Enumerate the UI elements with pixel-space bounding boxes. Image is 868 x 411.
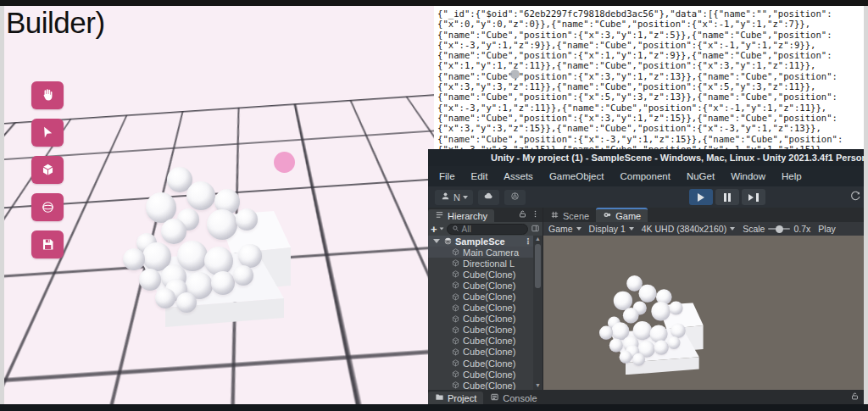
display-dropdown[interactable]: Display 1 bbox=[589, 224, 634, 234]
hierarchy-row[interactable]: Cube(Clone) bbox=[428, 269, 542, 280]
json-text: {"_id":{"$oid":"62eb2297fc79818debd3ac56… bbox=[437, 8, 864, 149]
pause-button[interactable] bbox=[715, 189, 739, 205]
json-line: {"x":1,"y":1,"z":11}},{"name":"Cube","po… bbox=[437, 60, 864, 70]
scene-sphere[interactable] bbox=[186, 181, 215, 210]
menu-assets[interactable]: Assets bbox=[504, 171, 533, 181]
hierarchy-row[interactable]: Directional L bbox=[428, 258, 542, 269]
hierarchy-row[interactable]: Main Camera bbox=[428, 247, 542, 258]
play-button[interactable] bbox=[689, 189, 713, 205]
object-name: Main Camera bbox=[463, 247, 519, 258]
scene-sphere[interactable] bbox=[161, 219, 186, 244]
cube-outline-icon bbox=[451, 303, 460, 313]
mouse-cursor-dot bbox=[510, 69, 520, 79]
scene-sphere bbox=[669, 301, 682, 314]
scene-name: SampleSce bbox=[455, 236, 505, 247]
scene-sphere[interactable] bbox=[233, 265, 253, 286]
unity-scene-icon bbox=[443, 236, 453, 246]
hierarchy-scene-row[interactable]: SampleSce⋮ bbox=[428, 236, 542, 247]
step-button[interactable] bbox=[742, 189, 765, 205]
panel-options-icon[interactable] bbox=[531, 224, 540, 235]
pan-tool-button[interactable] bbox=[31, 81, 64, 109]
scroll-up-icon[interactable]: ▲ bbox=[535, 236, 541, 243]
account-label: N bbox=[453, 192, 460, 203]
menu-file[interactable]: File bbox=[439, 171, 455, 181]
hierarchy-row[interactable]: Cube(Clone) bbox=[428, 336, 542, 347]
scene-sphere[interactable] bbox=[207, 209, 237, 240]
hierarchy-row[interactable]: Cube(Clone) bbox=[428, 303, 542, 314]
cube-outline-icon bbox=[451, 358, 460, 368]
add-object-button[interactable]: + bbox=[431, 224, 444, 235]
cube-outline-icon bbox=[451, 314, 460, 324]
tab-game[interactable]: Game bbox=[596, 208, 648, 222]
menu-gameobject[interactable]: GameObject bbox=[549, 171, 604, 181]
game-viewport[interactable] bbox=[543, 236, 864, 390]
hierarchy-search-input[interactable]: All bbox=[447, 224, 528, 235]
scene-sphere[interactable] bbox=[155, 288, 175, 308]
json-line: {"name":"Cube","position":{"x":5,"y":3,"… bbox=[437, 92, 864, 102]
json-line: {"x":-3,"y":1,"z":9}},{"name":"Cube","po… bbox=[437, 40, 864, 50]
hierarchy-row[interactable]: Cube(Clone) bbox=[428, 314, 542, 325]
disclosure-triangle-icon[interactable] bbox=[433, 239, 440, 243]
menu-component[interactable]: Component bbox=[620, 171, 670, 181]
object-name: Cube(Clone) bbox=[463, 325, 515, 335]
game-panel: Scene Game Game Display 1 4K UHD (3840x2… bbox=[543, 208, 864, 390]
object-name: Cube(Clone) bbox=[463, 303, 515, 313]
resolution-dropdown[interactable]: 4K UHD (3840x2160) bbox=[642, 224, 735, 234]
cube-tool-button[interactable] bbox=[31, 156, 64, 184]
hierarchy-row[interactable]: Cube(Clone) bbox=[428, 280, 542, 291]
hierarchy-row[interactable]: Cube(Clone) bbox=[428, 291, 542, 302]
menu-window[interactable]: Window bbox=[731, 171, 765, 181]
sphere-tool-button[interactable] bbox=[31, 193, 64, 221]
hierarchy-row[interactable]: Cube(Clone) bbox=[428, 358, 542, 369]
hierarchy-row[interactable]: Cube(Clone) bbox=[428, 325, 542, 336]
bottom-tab-bar: Project Console bbox=[428, 390, 864, 404]
scene-sphere[interactable] bbox=[123, 248, 145, 270]
kebab-menu-icon[interactable] bbox=[531, 209, 540, 220]
cube-outline-icon bbox=[451, 347, 460, 357]
scene-sphere[interactable] bbox=[236, 208, 258, 230]
game-mode-dropdown[interactable]: Game bbox=[548, 224, 581, 234]
menu-edit[interactable]: Edit bbox=[471, 171, 488, 181]
scene-sphere[interactable] bbox=[176, 292, 197, 313]
save-icon bbox=[40, 236, 56, 253]
unity-titlebar[interactable]: Unity - My project (1) - SampleScene - W… bbox=[428, 149, 864, 166]
scene-grid-icon bbox=[550, 210, 559, 221]
object-name: Cube(Clone) bbox=[463, 336, 515, 346]
hierarchy-tree: SampleSce⋮Main CameraDirectional LCube(C… bbox=[428, 236, 542, 390]
unity-toolbar: N bbox=[428, 186, 864, 208]
hierarchy-row[interactable]: Cube(Clone) bbox=[428, 347, 542, 358]
scrollbar-thumb[interactable] bbox=[535, 244, 541, 288]
chevron-down-icon bbox=[576, 227, 581, 230]
hierarchy-scrollbar[interactable]: ▲▼ bbox=[533, 236, 542, 390]
scene-sphere bbox=[654, 340, 668, 354]
cloud-button[interactable] bbox=[478, 190, 499, 205]
scene-sphere[interactable] bbox=[238, 244, 262, 268]
json-data-panel[interactable]: {"_id":{"$oid":"62eb2297fc79818debd3ac56… bbox=[434, 6, 864, 149]
undo-history-button[interactable] bbox=[849, 190, 862, 204]
hierarchy-row[interactable]: Cube(Clone) bbox=[428, 380, 542, 390]
select-tool-button[interactable] bbox=[31, 119, 64, 147]
scene-sphere[interactable] bbox=[139, 269, 161, 291]
hand-icon bbox=[40, 87, 56, 103]
menu-nuget[interactable]: NuGet bbox=[687, 171, 715, 181]
scroll-down-icon[interactable]: ▼ bbox=[535, 382, 541, 390]
builder-3d-scene[interactable] bbox=[4, 6, 434, 404]
account-dropdown[interactable]: N bbox=[435, 190, 473, 205]
refresh-icon bbox=[849, 194, 862, 204]
tab-project[interactable]: Project bbox=[428, 392, 483, 404]
version-control-button[interactable] bbox=[504, 190, 526, 205]
scale-slider-knob[interactable] bbox=[776, 225, 783, 233]
lock-icon[interactable] bbox=[518, 209, 527, 220]
play-focused-dropdown[interactable]: Play bbox=[818, 224, 835, 234]
tab-hierarchy[interactable]: Hierarchy bbox=[428, 209, 494, 222]
lock-icon[interactable] bbox=[850, 392, 860, 403]
save-button[interactable] bbox=[31, 230, 64, 258]
scene-sphere[interactable] bbox=[211, 271, 235, 295]
cube-icon bbox=[40, 162, 56, 178]
tab-console[interactable]: Console bbox=[483, 392, 543, 404]
json-line: {"x":0,"y":0,"z":0}},{"name":"Cube","pos… bbox=[437, 19, 864, 29]
tab-scene[interactable]: Scene bbox=[543, 209, 596, 222]
hierarchy-row[interactable]: Cube(Clone) bbox=[428, 369, 542, 380]
menu-help[interactable]: Help bbox=[782, 171, 802, 181]
object-name: Cube(Clone) bbox=[463, 358, 515, 369]
